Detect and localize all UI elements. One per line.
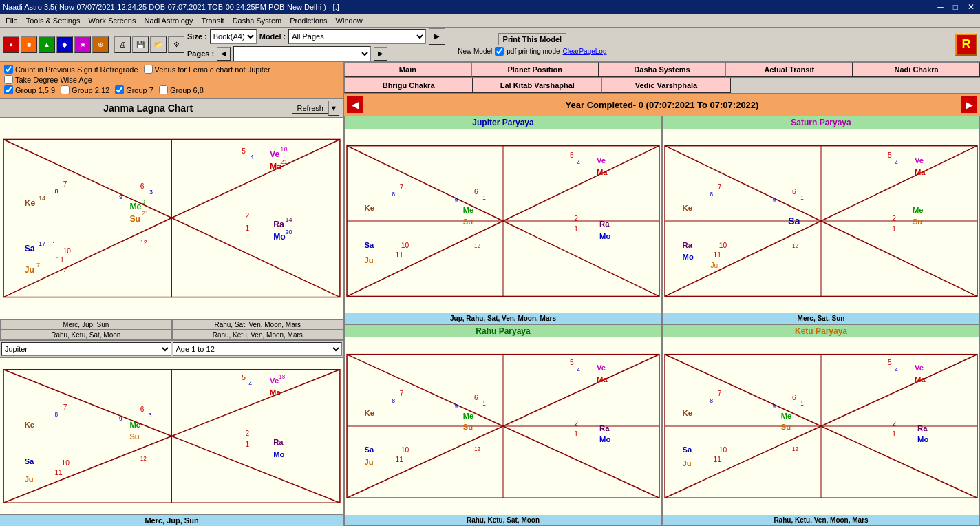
svg-text:11: 11 [714,456,722,463]
venus-female-checkbox[interactable] [144,65,153,74]
svg-text:7: 7 [63,403,67,411]
next-page-btn[interactable]: ▶ [374,47,387,61]
minimize-button[interactable]: ─ [935,2,946,12]
bottom-chart-wrapper: Ve 18 Ma 5 4 Ke 7 8 Me Su 6 3 12 [0,358,343,514]
pages-group: Pages : ◀ ▶ [187,46,445,61]
maximize-button[interactable]: □ [950,2,961,12]
svg-text:Ke: Ke [365,409,374,417]
group159-checkbox[interactable] [4,85,13,94]
svg-text:12: 12 [792,243,799,249]
model-go-btn[interactable]: ▶ [429,28,445,45]
svg-text:Ra: Ra [273,438,284,446]
ketu-chart-svg: Ve Ma 5 4 Ke 7 8 Me Su 6 1 [663,337,979,515]
svg-text:1: 1 [892,225,896,233]
options-row-1: Count in Previous Sign if Retrograde Ven… [4,65,339,74]
page-select[interactable] [233,46,371,61]
refresh-button[interactable]: Refresh [292,103,328,114]
prev-page-btn[interactable]: ◀ [217,47,231,61]
svg-text:1: 1 [574,430,578,438]
bottom-left-panel: Jupiter Age 1 to 12 [0,340,343,526]
group212-label[interactable]: Group 2,12 [61,85,109,94]
svg-text:Ve: Ve [915,364,924,372]
tab-bhrigu[interactable]: Bhrigu Chakra [344,78,473,93]
planet-select[interactable]: Jupiter [1,342,171,356]
group212-checkbox[interactable] [61,85,70,94]
group7-checkbox[interactable] [115,85,124,94]
svg-text:14: 14 [39,195,45,202]
tb-btn-2[interactable]: ■ [21,36,37,53]
menubar: File Tools & Settings Work Screens Nadi … [0,14,980,28]
svg-text:Ju: Ju [711,262,718,269]
menu-predictions[interactable]: Predictions [286,15,331,26]
menu-file[interactable]: File [1,15,22,26]
age-select[interactable]: Age 1 to 12 [173,342,343,356]
menu-transit[interactable]: Transit [197,15,228,26]
jupiter-title: Jupiter Paryaya [345,116,661,129]
svg-text:4: 4 [249,381,253,387]
menu-dasha[interactable]: Dasha System [228,15,286,26]
svg-text:Ve: Ve [270,377,279,385]
svg-text:Ju: Ju [25,475,34,483]
tb-btn-3[interactable]: ▲ [39,36,55,53]
pdf-checkbox[interactable] [495,47,504,56]
tb-btn-4[interactable]: ◆ [56,36,73,53]
menu-window[interactable]: Window [332,15,367,26]
svg-text:Su: Su [463,423,473,431]
svg-text:21: 21 [280,158,287,165]
tb-btn-1[interactable]: ● [3,36,19,53]
tab-vedic[interactable]: Vedic Varshphala [601,78,730,93]
degree-wise-checkbox[interactable] [4,75,13,84]
svg-text:9: 9 [454,198,458,204]
count-prev-sign-label[interactable]: Count in Previous Sign if Retrograde [4,65,138,74]
svg-text:1: 1 [482,401,486,407]
model-select[interactable]: All Pages [288,29,426,44]
tb-btn-5[interactable]: ★ [74,36,91,53]
print-button[interactable]: Print This Model [498,33,567,45]
group159-label[interactable]: Group 1,5,9 [4,85,55,94]
menu-nadi[interactable]: Nadi Astrology [140,15,197,26]
tb-btn-6[interactable]: ⊕ [92,36,109,53]
tab-planet-position[interactable]: Planet Position [471,62,599,77]
svg-text:10: 10 [63,247,72,255]
bottom-selects: Jupiter Age 1 to 12 [0,341,343,358]
svg-text:2: 2 [574,215,578,222]
options-row-2: Take Degree Wise Age [4,75,339,84]
svg-text:Ke: Ke [683,204,692,212]
chart-dropdown[interactable]: ▼ [328,101,339,116]
tab-lal-kitab[interactable]: Lal Kitab Varshaphal [473,78,601,93]
clear-log-link[interactable]: ClearPageLog [563,48,607,55]
svg-text:Ke: Ke [25,198,36,208]
venus-female-label[interactable]: Venus for Female chart not Jupiter [144,65,270,74]
svg-text:7: 7 [718,390,722,397]
svg-text:2: 2 [892,215,896,222]
next-year-btn[interactable]: ▶ [961,96,977,113]
tab-main[interactable]: Main [344,62,471,77]
tb-open[interactable]: 📂 [150,36,167,53]
tab-dasha-systems[interactable]: Dasha Systems [599,62,726,77]
menu-workscreens[interactable]: Work Screens [85,15,140,26]
tab-nadi-chakra[interactable]: Nadi Chakra [853,62,980,77]
prev-year-btn[interactable]: ◀ [347,96,363,113]
count-prev-sign-checkbox[interactable] [4,65,13,74]
tb-settings[interactable]: ⚙ [168,36,184,53]
tab-actual-transit[interactable]: Actual Transit [725,62,853,77]
group7-label[interactable]: Group 7 [115,85,153,94]
svg-text:Su: Su [129,214,140,224]
menu-tools[interactable]: Tools & Settings [22,15,85,26]
svg-text:Me: Me [129,421,140,429]
print-options: New Model pdf printing mode ClearPageLog [458,47,606,56]
svg-text:9: 9 [772,403,776,410]
rahu-title: Rahu Paryaya [345,325,661,337]
pages-label: Pages : [187,50,214,58]
tb-save[interactable]: 💾 [132,36,149,53]
size-select[interactable]: Book(A4) [210,29,257,44]
close-button[interactable]: ✕ [965,2,977,12]
saturn-title: Saturn Paryaya [663,116,979,129]
degree-wise-label[interactable]: Take Degree Wise Age [4,75,92,84]
group68-label[interactable]: Group 6,8 [159,85,204,94]
rahu-label: Rahu, Ketu, Sat, Moon [345,515,661,525]
group68-checkbox[interactable] [159,85,168,94]
tb-print[interactable]: 🖨 [114,36,131,53]
svg-text:10: 10 [401,446,409,454]
tab-row-2: Bhrigu Chakra Lal Kitab Varshaphal Vedic… [344,78,980,94]
